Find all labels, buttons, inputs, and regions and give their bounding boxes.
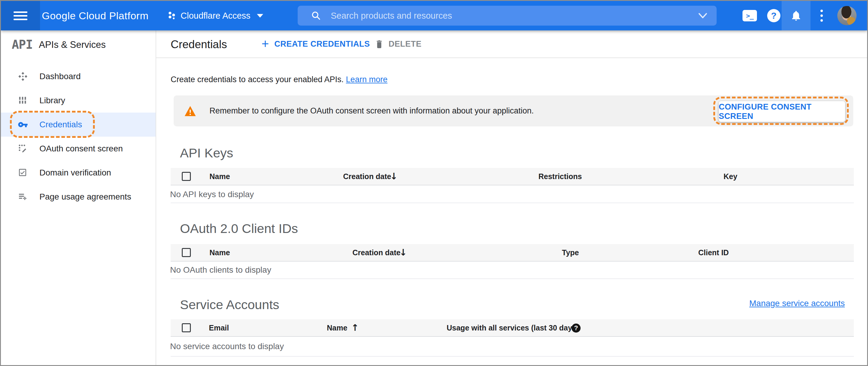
sidebar-item-oauth-consent-screen[interactable]: OAuth consent screen	[1, 136, 156, 161]
table-divider	[170, 356, 854, 357]
more-options-icon[interactable]	[820, 1, 823, 30]
sidebar-section-title: APIs & Services	[39, 39, 106, 50]
sidebar-item-dashboard[interactable]: Dashboard	[1, 64, 156, 89]
sidebar-item-page-usage-agreements[interactable]: Page usage agreements	[1, 185, 156, 209]
warning-icon	[184, 105, 196, 117]
sidebar-item-credentials[interactable]: Credentials	[1, 113, 156, 136]
select-all-checkbox[interactable]	[182, 248, 191, 257]
api-keys-section-title: API Keys	[180, 146, 233, 160]
help-icon[interactable]: ?	[767, 9, 780, 22]
service-accounts-table-header: Email Name ↑ Usage with all services (la…	[170, 319, 854, 337]
column-header-type: Type	[562, 244, 579, 261]
api-keys-empty-state: No API keys to display	[170, 190, 254, 199]
usage-help-icon[interactable]: ?	[571, 324, 581, 333]
column-header-usage: Usage with all services (last 30 days)	[447, 319, 579, 336]
list-gear-icon	[18, 192, 28, 202]
column-header-name: Name	[210, 168, 230, 185]
sidebar-item-label: OAuth consent screen	[39, 144, 123, 153]
configure-consent-screen-button[interactable]: CONFIGURE CONSENT SCREEN	[719, 101, 845, 122]
plus-icon: +	[261, 38, 269, 50]
column-header-creation-date[interactable]: Creation date	[352, 244, 401, 261]
dashboard-icon	[18, 71, 28, 82]
gcp-console-window: Google Cloud Platform Cloudflare Access	[0, 0, 868, 366]
sidebar-item-label: Page usage agreements	[39, 192, 131, 202]
column-header-key: Key	[723, 168, 737, 185]
oauth-clients-empty-state: No OAuth clients to display	[170, 265, 271, 275]
manage-service-accounts: Manage service accounts	[170, 299, 845, 308]
sidebar-item-label: Credentials	[39, 120, 82, 129]
column-header-restrictions: Restrictions	[538, 168, 582, 185]
cloud-shell-icon[interactable]: >_	[743, 10, 757, 21]
column-header-name: Name	[210, 244, 230, 261]
select-all-checkbox[interactable]	[182, 172, 191, 181]
search-input[interactable]	[330, 10, 693, 21]
brand-logo[interactable]: Google Cloud Platform	[42, 1, 148, 30]
sidebar: API APIs & Services Dashboard Library	[1, 30, 156, 365]
project-name: Cloudflare Access	[181, 11, 250, 21]
service-accounts-empty-state: No service accounts to display	[170, 342, 284, 351]
learn-more-link[interactable]: Learn more	[346, 75, 388, 84]
column-header-email: Email	[209, 319, 229, 336]
user-avatar[interactable]	[837, 6, 857, 25]
project-switcher[interactable]: Cloudflare Access	[167, 1, 264, 30]
main-menu-button[interactable]	[1, 1, 40, 30]
oauth-clients-table-header: Name Creation date ↓ Type Client ID	[170, 244, 854, 262]
checkbox-check-icon	[18, 167, 28, 178]
create-credentials-button[interactable]: + CREATE CREDENTIALS	[261, 30, 370, 58]
table-divider	[170, 278, 854, 279]
chevron-down-icon	[256, 13, 264, 18]
notifications-button[interactable]	[782, 1, 810, 30]
column-header-name[interactable]: Name	[327, 319, 347, 336]
select-all-checkbox[interactable]	[182, 323, 191, 332]
delete-button[interactable]: DELETE	[375, 30, 422, 58]
api-logo: API	[12, 38, 32, 52]
search-bar[interactable]	[298, 6, 717, 26]
manage-service-accounts-link[interactable]: Manage service accounts	[749, 299, 845, 308]
key-icon	[18, 120, 28, 130]
sidebar-item-label: Library	[39, 96, 65, 105]
project-icon	[167, 10, 176, 21]
api-keys-table-header: Name Creation date ↓ Restrictions Key	[170, 168, 854, 185]
intro-text: Create credentials to access your enable…	[170, 75, 388, 84]
table-divider	[170, 203, 854, 203]
search-chevron-down-icon[interactable]	[698, 13, 708, 19]
sort-descending-icon[interactable]: ↓	[399, 244, 407, 261]
sidebar-item-library[interactable]: Library	[1, 89, 156, 113]
sort-descending-icon[interactable]: ↓	[390, 168, 398, 185]
column-header-creation-date[interactable]: Creation date	[343, 168, 391, 185]
main-content: Credentials + CREATE CREDENTIALS DELETE …	[157, 30, 867, 365]
oauth-clients-section-title: OAuth 2.0 Client IDs	[180, 221, 298, 236]
search-icon	[311, 10, 321, 21]
column-header-client-id: Client ID	[698, 244, 728, 261]
sidebar-item-label: Domain verification	[39, 168, 111, 178]
consent-screen-icon	[18, 144, 28, 154]
library-icon	[18, 95, 28, 105]
trash-icon	[375, 39, 384, 49]
page-title: Credentials	[170, 38, 227, 51]
banner-message: Remember to configure the OAuth consent …	[210, 95, 534, 126]
bell-icon	[790, 9, 802, 22]
hamburger-icon	[13, 9, 27, 22]
top-navigation-bar: Google Cloud Platform Cloudflare Access	[1, 1, 867, 30]
sidebar-item-label: Dashboard	[39, 72, 81, 81]
sort-ascending-icon[interactable]: ↑	[351, 319, 359, 336]
sidebar-item-domain-verification[interactable]: Domain verification	[1, 161, 156, 185]
